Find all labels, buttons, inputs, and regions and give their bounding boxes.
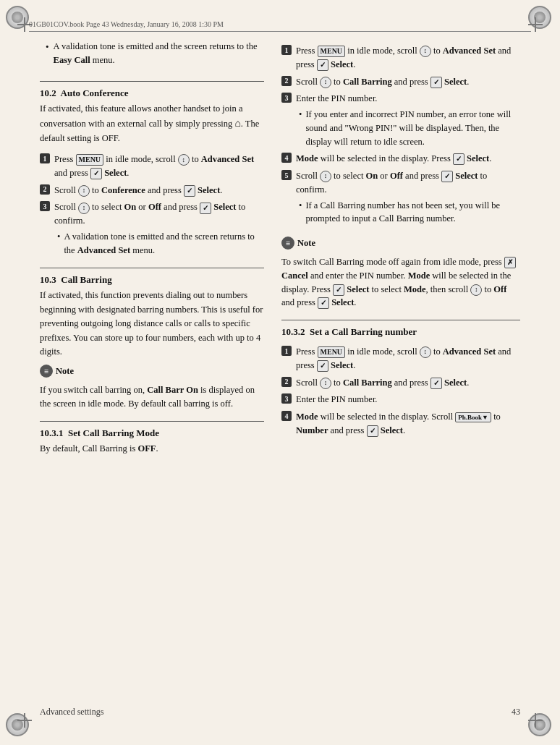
section-10-3-1-title: 10.3.1 Set Call Barring Mode — [40, 427, 264, 439]
select-key-s2: ✓ — [430, 378, 442, 389]
step-10-3-2-1: 1 Press MENU in idle mode, scroll ↕ to A… — [281, 345, 520, 372]
step-num-3: 3 — [40, 201, 50, 211]
select-note-key2: ✓ — [318, 297, 329, 309]
section-10-3-1-desc: By default, Call Barring is OFF. — [40, 442, 264, 456]
note-label: Note — [56, 366, 74, 377]
scroll-icon-3: ↕ — [78, 203, 90, 214]
step-r-num-4: 4 — [281, 153, 292, 163]
sub-bullet-r3: • If you enter and incorrect PIN number,… — [299, 108, 520, 148]
cross-br — [528, 713, 543, 728]
step-content-10-3-2-2: Scroll ↕ to Call Barring and press ✓ Sel… — [296, 376, 520, 390]
section-10-3-title: 10.3 Call Barring — [40, 274, 264, 286]
section-10-2-desc: If activated, this feature allows anothe… — [40, 102, 264, 145]
cross-bl — [17, 713, 32, 728]
scroll-note: ↕ — [470, 284, 482, 296]
sub-dot-r5: • — [299, 199, 302, 226]
header-text: 01GB01COV.book Page 43 Wednesday, Januar… — [29, 20, 224, 28]
sub-text-r3: If you enter and incorrect PIN number, a… — [305, 108, 520, 148]
bullet-dot: • — [46, 41, 49, 71]
note-circle-right: ≡ — [281, 237, 294, 250]
section-10-3-2-title: 10.3.2 Set a Call Barring number — [281, 326, 520, 338]
steps-10-2: 1 Press MENU in idle mode, scroll ↕ to A… — [40, 153, 264, 260]
scroll-icon-s1: ↕ — [420, 346, 431, 358]
select-key: ✓ — [90, 168, 102, 179]
menu-key: MENU — [76, 154, 104, 166]
steps-right-main: 1 Press MENU in idle mode, scroll ↕ to A… — [281, 44, 520, 229]
menu-key-s1: MENU — [318, 346, 346, 358]
steps-10-3-2: 1 Press MENU in idle mode, scroll ↕ to A… — [281, 345, 520, 441]
sub-dot-r3: • — [299, 108, 302, 148]
step-10-2-3: 3 Scroll ↕ to select On or Off and press… — [40, 200, 264, 257]
section-10-2-title: 10.2 Auto Conference — [40, 88, 264, 99]
phbook-key: Ph.Book▼ — [455, 412, 491, 423]
step-10-3-2-3: 3 Enter the PIN number. — [281, 393, 520, 406]
sub-bullet-dot: • — [57, 230, 60, 257]
select-key-s4: ✓ — [367, 425, 378, 437]
step-10-3-2-4: 4 Mode will be selected in the display. … — [281, 410, 520, 438]
divider-10-2 — [40, 81, 264, 82]
scroll-icon-r1: ↕ — [420, 46, 431, 57]
step-r-content-1: Press MENU in idle mode, scroll ↕ to Adv… — [296, 44, 520, 72]
left-column: • A validation tone is emitted and the s… — [40, 40, 264, 705]
step-r-1: 1 Press MENU in idle mode, scroll ↕ to A… — [281, 44, 520, 72]
select-key-r5: ✓ — [441, 171, 453, 182]
select-key-2: ✓ — [184, 185, 195, 197]
divider-10-3-1 — [40, 421, 264, 422]
step-num-1: 1 — [40, 153, 50, 163]
step-10-2-1: 1 Press MENU in idle mode, scroll ↕ to A… — [40, 153, 264, 180]
scroll-icon-2: ↕ — [78, 185, 90, 197]
step-num-2: 2 — [40, 184, 50, 195]
step-content-10-3-2-3: Enter the PIN number. — [296, 393, 520, 406]
note-circle: ≡ — [40, 365, 53, 378]
step-content-3: Scroll ↕ to select On or Off and press ✓… — [54, 200, 264, 257]
menu-key-r1: MENU — [318, 46, 346, 57]
step-r-4: 4 Mode will be selected in the display. … — [281, 152, 520, 166]
select-key-s1: ✓ — [317, 360, 328, 372]
step-r-num-1: 1 — [281, 45, 292, 55]
intro-bullet: • A validation tone is emitted and the s… — [40, 40, 264, 71]
step-r-content-5: Scroll ↕ to select On or Off and press ✓… — [296, 169, 520, 226]
cancel-key: ✗ — [504, 257, 516, 268]
note-block-right: To switch Call Barring mode off again fr… — [281, 255, 520, 310]
sub-bullet-r5: • If a Call Barring number has not been … — [299, 199, 520, 226]
select-key-r1: ✓ — [317, 59, 328, 71]
step-content-10-3-2-1: Press MENU in idle mode, scroll ↕ to Adv… — [296, 345, 520, 372]
step-num-10-3-2-3: 3 — [281, 393, 292, 404]
step-num-10-3-2-1: 1 — [281, 346, 292, 356]
step-content-2: Scroll ↕ to Conference and press ✓ Selec… — [54, 184, 264, 197]
step-r-num-5: 5 — [281, 170, 292, 180]
divider-10-3-2 — [281, 320, 520, 320]
step-10-3-2-2: 2 Scroll ↕ to Call Barring and press ✓ S… — [281, 376, 520, 390]
step-r-2: 2 Scroll ↕ to Call Barring and press ✓ S… — [281, 75, 520, 89]
sub-text-r5: If a Call Barring number has not been se… — [305, 199, 520, 226]
footer-right: 43 — [512, 707, 520, 718]
footer-left: Advanced settings — [40, 707, 103, 718]
note-icon-10-3: ≡ Note — [40, 365, 264, 378]
note-icon-right: ≡ Note — [281, 237, 315, 250]
step-r-content-2: Scroll ↕ to Call Barring and press ✓ Sel… — [296, 75, 520, 89]
step-r-content-4: Mode will be selected in the display. Pr… — [296, 152, 520, 166]
step-10-2-2: 2 Scroll ↕ to Conference and press ✓ Sel… — [40, 184, 264, 197]
scroll-icon-s2: ↕ — [320, 378, 331, 389]
step-content-10-3-2-4: Mode will be selected in the display. Sc… — [296, 410, 520, 438]
step-r-num-2: 2 — [281, 76, 292, 86]
sub-bullet-3: • A validation tone is emitted and the s… — [57, 230, 264, 257]
step-num-10-3-2-2: 2 — [281, 377, 292, 387]
scroll-icon-r2: ↕ — [320, 77, 331, 88]
select-key-r4: ✓ — [453, 153, 464, 165]
step-r-num-3: 3 — [281, 93, 292, 103]
step-r-5: 5 Scroll ↕ to select On or Off and press… — [281, 169, 520, 226]
section-10-3-desc: If activated, this function prevents dia… — [40, 289, 264, 359]
page-footer: Advanced settings 43 — [40, 707, 520, 718]
step-num-10-3-2-4: 4 — [281, 411, 292, 421]
main-content: • A validation tone is emitted and the s… — [40, 40, 520, 705]
note-right: ≡ Note To switch Call Barring mode off a… — [281, 234, 520, 312]
select-key-r2: ✓ — [430, 77, 442, 88]
step-content-1: Press MENU in idle mode, scroll ↕ to Adv… — [54, 153, 264, 180]
scroll-icon-r5: ↕ — [320, 171, 331, 182]
page-header: 01GB01COV.book Page 43 Wednesday, Januar… — [29, 20, 531, 32]
select-key-3: ✓ — [200, 203, 211, 214]
step-r-3: 3 Enter the PIN number. • If you enter a… — [281, 92, 520, 148]
step-r-content-3: Enter the PIN number. • If you enter and… — [296, 92, 520, 148]
intro-bullet-text: A validation tone is emitted and the scr… — [54, 40, 264, 68]
